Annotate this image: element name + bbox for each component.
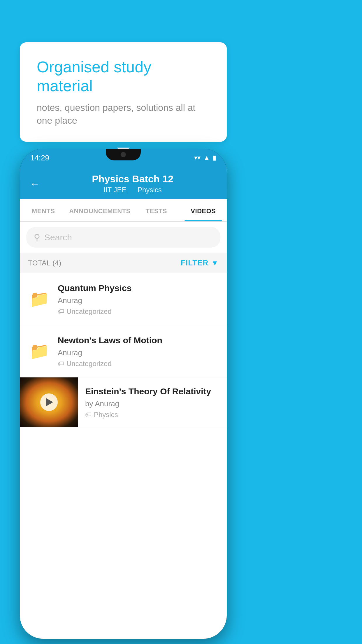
filter-button[interactable]: FILTER ▼ — [181, 258, 219, 267]
einstein-info: Einstein's Theory Of Relativity by Anura… — [78, 377, 227, 427]
back-button[interactable]: ← — [29, 176, 41, 191]
header-subtitle-part1: IIT JEE — [103, 186, 126, 194]
tab-videos[interactable]: VIDEOS — [180, 199, 227, 221]
status-bar: 14:29 ▾▾ ▲ ▮ — [20, 149, 227, 167]
tab-announcements[interactable]: ANNOUNCEMENTS — [67, 199, 133, 221]
play-button[interactable] — [40, 393, 58, 411]
einstein-tag-label: Physics — [94, 411, 118, 419]
search-bar[interactable]: ⚲ Search — [26, 227, 220, 248]
battery-icon: ▮ — [213, 154, 216, 162]
video-tag-label-1: Uncategorized — [66, 307, 112, 316]
video-item-2[interactable]: 📁 Newton's Laws of Motion Anurag 🏷 Uncat… — [20, 325, 227, 377]
tag-icon-1: 🏷 — [58, 308, 64, 315]
video-info-2: Newton's Laws of Motion Anurag 🏷 Uncateg… — [58, 335, 219, 368]
video-author-1: Anurag — [58, 296, 219, 305]
app-header: ← Physics Batch 12 IIT JEE Physics — [20, 167, 227, 199]
header-subtitle-part2: Physics — [138, 186, 162, 194]
einstein-title: Einstein's Theory Of Relativity — [85, 386, 220, 397]
filter-icon: ▼ — [211, 259, 219, 267]
tab-tests[interactable]: TESTS — [133, 199, 180, 221]
video-item-3[interactable]: Einstein's Theory Of Relativity by Anura… — [20, 377, 227, 427]
search-bar-wrapper: ⚲ Search — [20, 222, 227, 253]
filter-row: TOTAL (4) FILTER ▼ — [20, 253, 227, 273]
header-title: Physics Batch 12 — [47, 173, 218, 185]
phone-frame: 14:29 ▾▾ ▲ ▮ ← Physics Batch 12 IIT JEE … — [20, 149, 227, 639]
video-folder-icon-2: 📁 — [28, 340, 51, 363]
tag-icon-2: 🏷 — [58, 360, 64, 368]
notch-camera — [121, 152, 126, 157]
search-placeholder: Search — [44, 232, 72, 242]
signal-icon: ▲ — [203, 154, 210, 162]
bubble-subtitle: notes, question papers, solutions all at… — [37, 101, 210, 127]
video-title-1: Quantum Physics — [58, 282, 219, 294]
video-tag-label-2: Uncategorized — [66, 360, 112, 368]
tag-icon-3: 🏷 — [85, 411, 92, 419]
play-icon — [46, 398, 53, 406]
video-tag-1: 🏷 Uncategorized — [58, 307, 219, 316]
header-title-block: Physics Batch 12 IIT JEE Physics — [47, 173, 218, 194]
video-info-1: Quantum Physics Anurag 🏷 Uncategorized — [58, 282, 219, 316]
video-tag-2: 🏷 Uncategorized — [58, 360, 219, 368]
video-author-2: Anurag — [58, 348, 219, 357]
video-list: 📁 Quantum Physics Anurag 🏷 Uncategorized… — [20, 273, 227, 427]
phone-notch — [106, 149, 141, 160]
wifi-icon: ▾▾ — [194, 154, 201, 162]
status-time: 14:29 — [30, 153, 49, 162]
bubble-title: Organised study material — [37, 57, 210, 95]
filter-label: FILTER — [181, 258, 208, 267]
tabs-bar: MENTS ANNOUNCEMENTS TESTS VIDEOS — [20, 199, 227, 222]
einstein-author: by Anurag — [85, 399, 220, 408]
einstein-thumbnail — [20, 377, 78, 427]
phone-screen: ← Physics Batch 12 IIT JEE Physics MENTS… — [20, 167, 227, 639]
search-icon: ⚲ — [34, 232, 40, 242]
einstein-tag: 🏷 Physics — [85, 411, 220, 419]
status-icons: ▾▾ ▲ ▮ — [194, 154, 216, 162]
speech-bubble: Organised study material notes, question… — [20, 42, 227, 142]
header-subtitle: IIT JEE Physics — [47, 186, 218, 194]
video-title-2: Newton's Laws of Motion — [58, 335, 219, 346]
tab-ments[interactable]: MENTS — [20, 199, 67, 221]
total-count: TOTAL (4) — [28, 259, 61, 267]
video-folder-icon-1: 📁 — [28, 288, 51, 310]
video-item-1[interactable]: 📁 Quantum Physics Anurag 🏷 Uncategorized — [20, 273, 227, 325]
